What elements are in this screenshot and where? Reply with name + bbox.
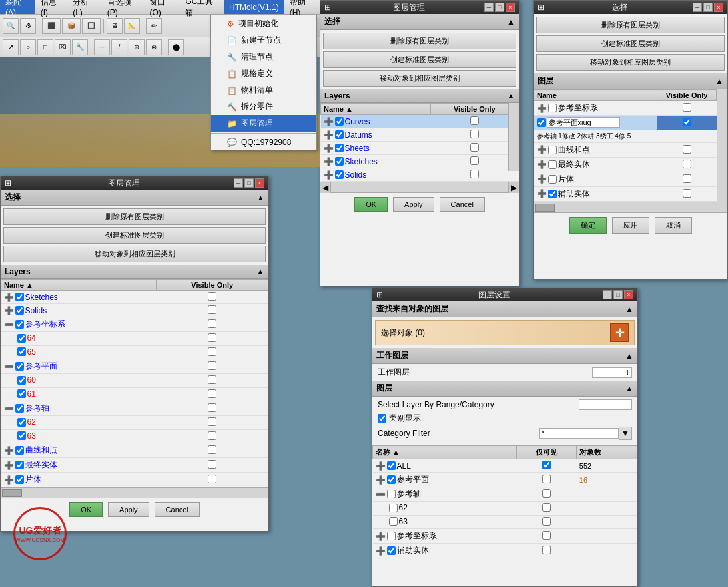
cb-category-show[interactable] (378, 414, 386, 423)
vis-center-datums[interactable] (470, 130, 479, 138)
cb-curves[interactable] (15, 446, 24, 455)
center-ok-btn[interactable]: OK (354, 197, 388, 212)
menu-prefs[interactable]: 首选项(P) (102, 0, 145, 14)
vis-sheet[interactable] (208, 475, 216, 483)
expand-icon[interactable]: ➖ (4, 404, 14, 413)
cb-60[interactable] (17, 376, 26, 385)
cb-62-settings[interactable] (389, 504, 398, 512)
center-btn-delete[interactable]: 删除原有图层类别 (323, 33, 516, 49)
cb-right-curve[interactable] (548, 146, 557, 154)
menu-window[interactable]: 窗口(O) (144, 0, 180, 14)
cb-sketches[interactable] (15, 293, 24, 301)
tb2-btn10[interactable]: ⬤ (168, 39, 184, 55)
cb-aux2[interactable] (387, 546, 396, 555)
vis-63[interactable] (208, 431, 216, 440)
vis-64[interactable] (208, 333, 216, 342)
vis-right-final[interactable] (683, 160, 691, 168)
right-close[interactable]: × (714, 3, 723, 12)
center-cancel-btn[interactable]: Cancel (440, 197, 485, 212)
hscroll-right-btn[interactable]: ▶ (508, 182, 519, 193)
tb2-btn1[interactable]: ↗ (3, 39, 19, 55)
cb-center-solids[interactable] (335, 170, 344, 179)
vis-ref-plane2[interactable] (542, 475, 551, 483)
toolbar-btn5[interactable]: 🔲 (82, 18, 101, 34)
center-select-collapse[interactable]: ▲ (507, 17, 515, 27)
cb-63-settings[interactable] (389, 517, 398, 526)
cb-right-ref-plane[interactable] (537, 118, 546, 127)
cb-ref-axis2[interactable] (387, 490, 396, 498)
cb-ref-coord2[interactable] (387, 532, 396, 540)
toolbar-btn2[interactable]: ⚙ (20, 18, 36, 34)
settings-add-obj-btn[interactable]: ✛ (610, 323, 629, 342)
vis-63-settings[interactable] (542, 517, 551, 526)
settings-min[interactable]: ─ (603, 290, 612, 299)
left-select-collapse[interactable]: ▲ (257, 194, 264, 202)
center-min[interactable]: ─ (484, 3, 494, 12)
menu-info[interactable]: 信息(I) (35, 0, 67, 14)
cb-solids[interactable] (15, 306, 24, 315)
vis-right-aux[interactable] (683, 189, 691, 198)
cb-all[interactable] (387, 461, 396, 470)
vis-center-sheets[interactable] (470, 143, 479, 152)
cb-center-curves[interactable] (335, 117, 344, 126)
vis-62[interactable] (208, 417, 216, 426)
cb-right-final[interactable] (548, 160, 557, 169)
toolbar-btn8[interactable]: ✏ (146, 18, 162, 34)
expand-icon[interactable]: ➕ (4, 461, 14, 470)
tb2-btn6[interactable]: ─ (94, 39, 110, 55)
cb-final-solid[interactable] (15, 461, 24, 469)
left-btn-move[interactable]: 移动对象到相应图层类别 (3, 246, 266, 262)
hscroll-left-btn[interactable]: ◀ (320, 182, 331, 193)
left-btn-delete[interactable]: 删除原有图层类别 (3, 208, 266, 225)
settings-find-collapse[interactable]: ▲ (625, 305, 633, 314)
center-hscroll[interactable]: ◀ ▶ (320, 182, 519, 192)
left-ok-btn[interactable]: OK (69, 502, 103, 517)
center-restore[interactable]: □ (495, 3, 504, 12)
menu-spec-define[interactable]: 📋 规格定义 (211, 65, 316, 82)
center-btn-move[interactable]: 移动对象到相应图层类别 (323, 70, 516, 87)
vis-right-ref-plane[interactable] (683, 118, 691, 126)
right-vscroll[interactable] (717, 89, 727, 202)
left-cancel-btn[interactable]: Cancel (155, 502, 200, 517)
right-ok-btn[interactable]: 确定 (569, 217, 607, 234)
cb-center-datums[interactable] (335, 130, 344, 139)
vis-65[interactable] (208, 347, 216, 356)
cb-center-sheets[interactable] (335, 144, 344, 152)
toolbar-btn7[interactable]: 📐 (124, 18, 140, 34)
vis-center-solids[interactable] (470, 170, 479, 178)
vis-ref-coord[interactable] (208, 319, 216, 328)
right-apply-btn[interactable]: 应用 (612, 217, 649, 234)
expand-icon[interactable]: ➕ (4, 293, 14, 302)
center-layers-scroll[interactable]: Name ▲ Visible Only ➕Curves ➕Datums ➕She… (320, 103, 519, 182)
tb2-btn8[interactable]: ⊕ (129, 39, 145, 55)
center-layers-collapse[interactable]: ▲ (507, 91, 515, 100)
menu-new-child-node[interactable]: 📄 新建子节点 (211, 32, 316, 49)
vis-right-curve[interactable] (683, 145, 691, 154)
expand-icon[interactable]: ➖ (4, 362, 14, 371)
expand-icon[interactable]: ➖ (4, 320, 14, 329)
right-layers-scroll[interactable]: Name Visible Only ➕参考坐标系 参考轴 1修改 2休耕 3绣工 (534, 89, 717, 202)
left-btn-create[interactable]: 创建标准图层类别 (3, 227, 266, 244)
cb-right-aux[interactable] (548, 190, 557, 198)
cb-61[interactable] (17, 389, 26, 398)
settings-work-collapse[interactable]: ▲ (625, 351, 633, 361)
vis-ref-plane[interactable] (208, 361, 216, 370)
right-min[interactable]: ─ (693, 3, 702, 12)
toolbar-btn3[interactable]: ⬛ (42, 18, 61, 34)
layer-mgr-left-min[interactable]: ─ (234, 178, 243, 188)
cb-ref-coord[interactable] (15, 320, 24, 329)
cb-65[interactable] (17, 347, 26, 356)
ref-plane-input[interactable] (547, 117, 620, 128)
center-close[interactable]: × (506, 3, 515, 12)
vis-center-sketches[interactable] (470, 156, 479, 165)
menu-bom[interactable]: 📋 物料清单 (211, 82, 316, 98)
cb-62[interactable] (17, 418, 26, 427)
vis-solids[interactable] (208, 305, 216, 314)
menu-analysis[interactable]: 分析(L) (67, 0, 102, 14)
left-layers-scroll[interactable]: Name ▲ Visible Only ➕Sketches ➕Solids ➖参… (1, 279, 268, 487)
vis-ref-coord2[interactable] (542, 531, 551, 540)
vis-right-sheet[interactable] (683, 174, 691, 183)
right-btn-create[interactable]: 创建标准图层类别 (536, 35, 725, 52)
tb2-btn3[interactable]: □ (37, 39, 53, 55)
expand-icon[interactable]: ➕ (4, 306, 14, 315)
